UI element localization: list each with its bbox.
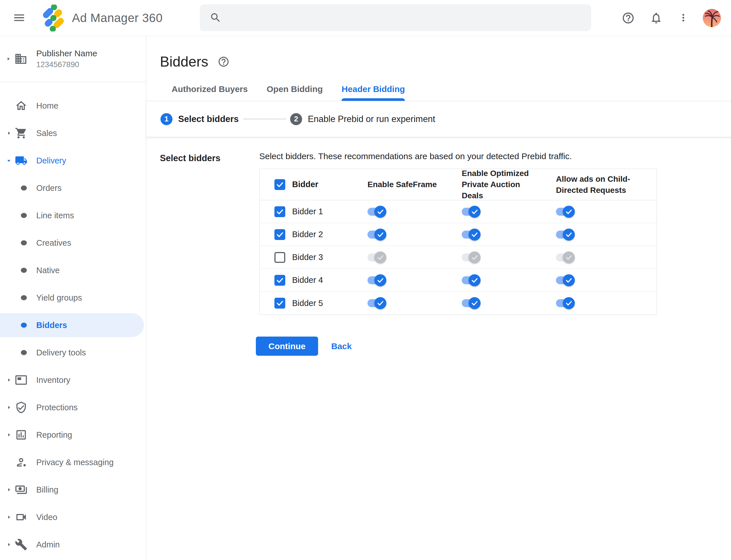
check-icon: [376, 208, 384, 215]
main-content: Bidders Authorized Buyers Open Bidding H…: [146, 36, 731, 560]
child-directed-toggle[interactable]: [556, 251, 575, 263]
bullet-icon: [21, 295, 27, 300]
optimized-deals-toggle[interactable]: [462, 274, 480, 286]
sidebar-item-orders[interactable]: Orders: [0, 174, 146, 202]
title-row: Bidders: [146, 36, 731, 72]
table-row: Bidder 5: [260, 292, 656, 315]
check-icon: [471, 231, 478, 238]
page-title: Bidders: [160, 53, 209, 70]
table-row: Bidder 4: [260, 269, 656, 292]
check-icon: [471, 254, 478, 261]
shield-icon: [15, 401, 27, 414]
check-icon: [565, 208, 572, 215]
check-icon: [276, 276, 284, 284]
check-icon: [276, 231, 284, 239]
sidebar-item-reporting[interactable]: Reporting: [0, 421, 146, 449]
sidebar-item-inventory[interactable]: Inventory: [0, 366, 146, 394]
tab-open-bidding[interactable]: Open Bidding: [267, 84, 323, 101]
bidder-name: Bidder 2: [292, 230, 367, 239]
child-directed-toggle[interactable]: [556, 274, 575, 286]
continue-button[interactable]: Continue: [256, 337, 318, 356]
sidebar-item-line-items[interactable]: Line items: [0, 202, 146, 229]
topbar-actions: [622, 0, 731, 36]
sidebar-item-admin[interactable]: Admin: [0, 531, 146, 558]
sidebar-item-protections[interactable]: Protections: [0, 394, 146, 421]
row-checkbox[interactable]: [275, 252, 285, 263]
ad-manager-app: Ad Manager 360: [0, 0, 731, 560]
person-badge-icon: [15, 456, 27, 469]
safeframe-toggle[interactable]: [367, 274, 386, 286]
search-icon: [210, 12, 222, 24]
payments-icon: [15, 483, 27, 496]
notifications-button[interactable]: [650, 11, 663, 25]
column-header-bidder: Bidder: [292, 180, 367, 189]
building-icon: [14, 52, 27, 65]
sidebar-item-privacy-messaging[interactable]: Privacy & messaging: [0, 449, 146, 476]
back-button[interactable]: Back: [331, 341, 352, 351]
check-icon: [276, 299, 284, 307]
sidebar-item-video[interactable]: Video: [0, 503, 146, 531]
safeframe-toggle[interactable]: [367, 251, 386, 263]
sidebar-item-native[interactable]: Native: [0, 257, 146, 284]
child-directed-toggle[interactable]: [556, 206, 575, 218]
bullet-icon: [21, 240, 27, 245]
optimized-deals-toggle[interactable]: [462, 206, 480, 218]
title-help-button[interactable]: [218, 56, 230, 68]
child-directed-toggle[interactable]: [556, 297, 575, 309]
step-2-label: Enable Prebid or run experiment: [308, 114, 435, 124]
avatar[interactable]: [703, 9, 721, 27]
safeframe-toggle[interactable]: [367, 297, 386, 309]
sidebar-item-creatives[interactable]: Creatives: [0, 229, 146, 257]
row-checkbox[interactable]: [275, 229, 285, 240]
truck-icon: [15, 154, 27, 167]
section-description: Select bidders. These recommendations ar…: [259, 151, 657, 161]
select-all-checkbox[interactable]: [275, 179, 285, 190]
safeframe-toggle[interactable]: [367, 206, 386, 218]
app-title: Ad Manager 360: [72, 0, 163, 36]
table-row: Bidder 3: [260, 246, 656, 269]
sidebar-item-yield-groups[interactable]: Yield groups: [0, 284, 146, 311]
form-actions: Continue Back: [256, 337, 657, 356]
select-bidders-section: Select bidders Select bidders. These rec…: [146, 137, 731, 356]
optimized-deals-toggle[interactable]: [462, 297, 480, 309]
step-1-circle: 1: [161, 113, 173, 125]
search-input[interactable]: [200, 4, 591, 31]
tab-header-bidding[interactable]: Header Bidding: [342, 84, 405, 101]
sidebar-item-sales[interactable]: Sales: [0, 119, 146, 147]
sidebar-item-billing[interactable]: Billing: [0, 476, 146, 503]
menu-button[interactable]: [12, 11, 26, 25]
child-directed-toggle[interactable]: [556, 229, 575, 241]
optimized-deals-toggle[interactable]: [462, 229, 480, 241]
table-row: Bidder 2: [260, 223, 656, 246]
sidebar-item-bidders[interactable]: Bidders: [0, 313, 144, 337]
sidebar-item-delivery-tools[interactable]: Delivery tools: [0, 339, 146, 366]
safeframe-toggle[interactable]: [367, 229, 386, 241]
step-connector: [243, 119, 286, 119]
expand-arrow-icon: [5, 541, 13, 548]
bidder-name: Bidder 5: [292, 299, 367, 308]
cart-icon: [15, 127, 27, 139]
publisher-name: Publisher Name: [36, 49, 97, 58]
videocam-icon: [15, 511, 27, 523]
check-icon: [565, 277, 572, 284]
row-checkbox[interactable]: [275, 206, 285, 217]
row-checkbox[interactable]: [275, 275, 285, 286]
help-button[interactable]: [622, 11, 635, 25]
expand-arrow-icon: [5, 513, 13, 521]
topbar: Ad Manager 360: [0, 0, 731, 36]
bidder-name: Bidder 4: [292, 275, 367, 285]
check-icon: [565, 299, 572, 307]
check-icon: [376, 231, 384, 238]
optimized-deals-toggle[interactable]: [462, 251, 480, 263]
tab-bar: Authorized Buyers Open Bidding Header Bi…: [146, 72, 731, 101]
publisher-selector[interactable]: Publisher Name 1234567890: [0, 36, 146, 82]
column-header-optimized-deals: Enable Optimized Private Auction Deals: [462, 168, 542, 201]
more-options-button[interactable]: [678, 11, 689, 25]
expand-arrow-icon: [5, 55, 12, 63]
menu-icon: [13, 11, 26, 24]
expand-arrow-icon: [5, 486, 13, 493]
row-checkbox[interactable]: [275, 298, 285, 309]
sidebar-item-home[interactable]: Home: [0, 92, 146, 119]
tab-authorized-buyers[interactable]: Authorized Buyers: [172, 84, 248, 101]
sidebar-item-delivery[interactable]: Delivery: [0, 147, 146, 174]
